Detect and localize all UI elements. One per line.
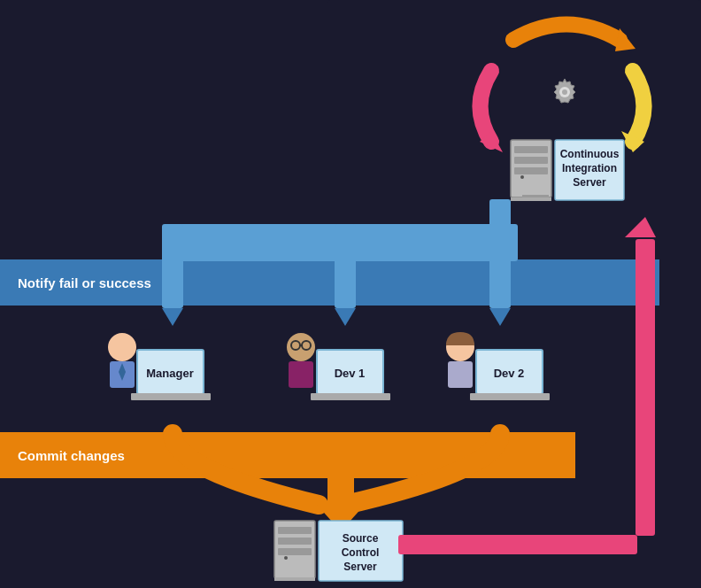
svg-point-7	[562, 89, 567, 95]
svg-rect-23	[335, 224, 356, 308]
svg-rect-21	[162, 224, 183, 308]
commit-label: Commit changes	[18, 448, 125, 463]
svg-point-27	[108, 333, 136, 361]
svg-rect-42	[448, 361, 473, 388]
svg-text:Server: Server	[573, 176, 606, 189]
svg-rect-61	[398, 535, 637, 554]
svg-point-53	[284, 556, 288, 560]
svg-rect-59	[636, 239, 655, 536]
svg-rect-9	[514, 146, 548, 153]
svg-text:Server: Server	[343, 561, 377, 573]
svg-rect-45	[470, 393, 550, 400]
svg-text:Control: Control	[342, 546, 380, 559]
svg-rect-52	[278, 548, 312, 555]
notify-label: Notify fail or success	[18, 275, 151, 290]
svg-rect-32	[131, 393, 211, 400]
svg-rect-47	[327, 434, 354, 505]
svg-rect-11	[514, 167, 548, 174]
svg-rect-25	[489, 199, 511, 308]
svg-text:Source: Source	[343, 532, 379, 545]
svg-rect-10	[514, 157, 548, 164]
svg-text:Continuous: Continuous	[560, 148, 620, 160]
svg-rect-50	[278, 527, 312, 534]
svg-rect-18	[511, 197, 551, 201]
svg-rect-13	[522, 195, 549, 197]
svg-rect-51	[278, 538, 312, 545]
svg-text:Dev 1: Dev 1	[335, 367, 366, 380]
svg-point-12	[520, 175, 524, 179]
svg-rect-40	[311, 393, 390, 400]
svg-text:Dev 2: Dev 2	[494, 367, 525, 380]
svg-rect-37	[289, 361, 313, 388]
svg-text:Manager: Manager	[146, 367, 193, 380]
svg-rect-54	[274, 577, 315, 581]
svg-text:Integration: Integration	[562, 162, 617, 174]
diagram-container: Continuous Integration Server Notify fai…	[0, 0, 701, 588]
